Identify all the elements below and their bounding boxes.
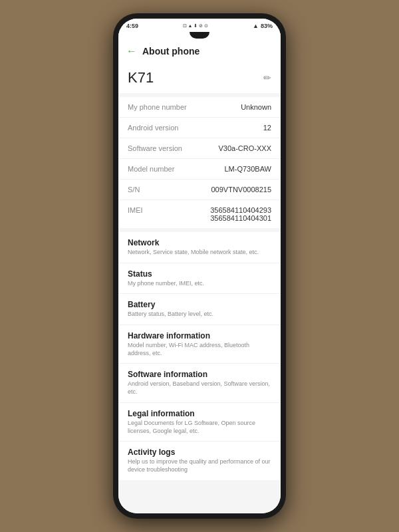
- device-name-section: K71 ✏: [118, 61, 281, 93]
- status-icons: ⊡ ▲ ⬇ ⊘ ⊙: [183, 23, 209, 29]
- edit-icon[interactable]: ✏: [263, 72, 271, 83]
- menu-item-hardware-title: Hardware information: [128, 331, 271, 340]
- phone-screen: 4:59 ⊡ ▲ ⬇ ⊘ ⊙ ▲ 83% ← About phone K71 ✏: [118, 19, 281, 513]
- status-time: 4:59: [126, 23, 138, 29]
- info-row-android: Android version 12: [118, 118, 281, 138]
- info-row-sn: S/N 009VTNV0008215: [118, 180, 281, 200]
- back-button[interactable]: ←: [126, 45, 137, 57]
- value-imei: 356584110404293 356584110404301: [200, 206, 271, 222]
- scroll-area[interactable]: K71 ✏ My phone number Unknown Android ve…: [118, 61, 281, 513]
- menu-item-status-title: Status: [128, 269, 271, 279]
- signal-icon: ▲: [253, 23, 259, 29]
- menu-item-battery-desc: Battery status, Battery level, etc.: [128, 311, 271, 319]
- menu-item-software-info[interactable]: Software information Android version, Ba…: [118, 364, 281, 402]
- time-display: 4:59: [126, 23, 138, 29]
- menu-item-legal-desc: Legal Documents for LG Software, Open so…: [128, 420, 271, 435]
- menu-item-activity-desc: Help us to improve the quality and perfo…: [128, 458, 271, 473]
- value-android: 12: [200, 124, 271, 132]
- page-title: About phone: [142, 46, 200, 57]
- value-phone: Unknown: [200, 103, 271, 111]
- menu-section: Network Network, Service state, Mobile n…: [118, 232, 281, 480]
- imei-2: 356584110404301: [210, 214, 271, 222]
- notch: [190, 32, 209, 39]
- value-model: LM-Q730BAW: [200, 165, 271, 173]
- menu-item-legal[interactable]: Legal information Legal Documents for LG…: [118, 403, 281, 442]
- menu-item-software-info-title: Software information: [128, 370, 271, 379]
- menu-item-battery-title: Battery: [128, 300, 271, 309]
- menu-item-hardware-desc: Model number, Wi-Fi MAC address, Bluetoo…: [128, 342, 271, 357]
- label-phone: My phone number: [128, 103, 200, 111]
- status-bar: 4:59 ⊡ ▲ ⬇ ⊘ ⊙ ▲ 83%: [118, 19, 281, 32]
- menu-item-network-desc: Network, Service state, Mobile network s…: [128, 249, 271, 257]
- menu-item-network-title: Network: [128, 238, 271, 247]
- notch-area: [118, 32, 281, 40]
- label-android: Android version: [128, 124, 200, 132]
- menu-item-status[interactable]: Status My phone number, IMEI, etc.: [118, 263, 281, 295]
- menu-item-activity-title: Activity logs: [128, 448, 271, 457]
- info-section: My phone number Unknown Android version …: [118, 97, 281, 228]
- menu-item-software-info-desc: Android version, Baseband version, Softw…: [128, 380, 271, 396]
- label-software: Software version: [128, 144, 200, 152]
- menu-item-network[interactable]: Network Network, Service state, Mobile n…: [118, 232, 281, 263]
- imei-1: 356584110404293: [210, 206, 271, 214]
- top-bar: ← About phone: [118, 40, 281, 61]
- label-model: Model number: [128, 165, 200, 173]
- notification-icons: ⊡ ▲ ⬇ ⊘ ⊙: [183, 23, 209, 29]
- info-row-software: Software version V30a-CRO-XXX: [118, 138, 281, 159]
- battery-display: 83%: [261, 23, 273, 29]
- value-software: V30a-CRO-XXX: [200, 144, 271, 152]
- device-name: K71: [128, 69, 154, 86]
- phone-outer: 4:59 ⊡ ▲ ⬇ ⊘ ⊙ ▲ 83% ← About phone K71 ✏: [113, 13, 286, 519]
- label-imei: IMEI: [128, 206, 200, 214]
- info-row-phone: My phone number Unknown: [118, 97, 281, 118]
- menu-item-battery[interactable]: Battery Battery status, Battery level, e…: [118, 294, 281, 325]
- label-sn: S/N: [128, 186, 200, 194]
- status-right: ▲ 83%: [253, 23, 273, 29]
- info-row-model: Model number LM-Q730BAW: [118, 159, 281, 180]
- menu-item-legal-title: Legal information: [128, 409, 271, 418]
- menu-item-status-desc: My phone number, IMEI, etc.: [128, 280, 271, 288]
- menu-item-activity[interactable]: Activity logs Help us to improve the qua…: [118, 442, 281, 479]
- menu-item-hardware[interactable]: Hardware information Model number, Wi-Fi…: [118, 325, 281, 364]
- value-sn: 009VTNV0008215: [200, 186, 271, 194]
- info-row-imei: IMEI 356584110404293 356584110404301: [118, 200, 281, 228]
